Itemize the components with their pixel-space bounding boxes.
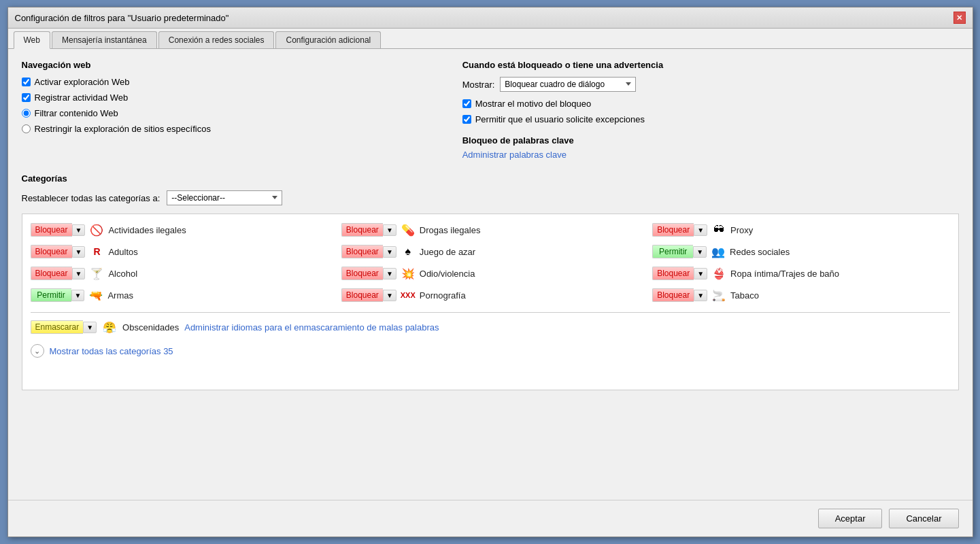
ropa-action-btn[interactable]: Bloquear <box>652 267 694 280</box>
web-navigation-title: Navegación web <box>22 60 435 70</box>
drogas-icon: 💊 <box>401 222 416 237</box>
keywords-title: Bloqueo de palabras clave <box>462 135 959 146</box>
odio-action-arrow[interactable]: ▼ <box>383 268 396 279</box>
obscenidades-dropdown: Enmascarar ▼ <box>31 320 97 334</box>
restringir-exploracion-label: Restringir la exploración de sitios espe… <box>35 124 211 134</box>
permitir-excepciones-checkbox[interactable] <box>462 115 471 124</box>
tabaco-action-arrow[interactable]: ▼ <box>694 290 707 301</box>
adultos-action-btn[interactable]: Bloquear <box>31 245 72 258</box>
registrar-actividad-item: Registrar actividad Web <box>22 92 435 103</box>
drogas-action-btn[interactable]: Bloquear <box>341 223 383 237</box>
ropa-dropdown: Bloquear ▼ <box>652 267 707 280</box>
obscenidades-label: Obscenidades <box>122 322 179 333</box>
redes-action-btn[interactable]: Permitir <box>652 245 693 258</box>
cat-item-pornografia: Bloquear ▼ XXX Pornografía <box>341 288 639 303</box>
cat-item-ropa: Bloquear ▼ 👙 Ropa íntima/Trajes de baño <box>652 266 949 281</box>
registrar-actividad-label: Registrar actividad Web <box>35 92 129 103</box>
cat-col-3: Bloquear ▼ 🕶 Proxy Permitir ▼ 👥 <box>652 222 949 303</box>
pornografia-action-arrow[interactable]: ▼ <box>383 290 396 301</box>
categories-section: Categorías Restablecer todas las categor… <box>22 173 959 390</box>
accept-button[interactable]: Aceptar <box>818 509 883 528</box>
tab-mensajeria[interactable]: Mensajería instantánea <box>52 31 157 48</box>
tab-configuracion[interactable]: Configuración adicional <box>275 31 381 48</box>
cat-item-juego: Bloquear ▼ ♠ Juego de azar <box>341 244 639 259</box>
blocking-title: Cuando está bloqueado o tiene una advert… <box>462 60 959 70</box>
tabaco-dropdown: Bloquear ▼ <box>652 288 707 302</box>
pornografia-dropdown: Bloquear ▼ <box>341 288 396 302</box>
pornografia-action-btn[interactable]: Bloquear <box>341 288 383 302</box>
main-dialog: Configuración de filtros para "Usuario p… <box>7 7 973 537</box>
mostrar-motivo-checkbox[interactable] <box>462 99 471 108</box>
proxy-dropdown: Bloquear ▼ <box>652 223 707 237</box>
actividades-action-btn[interactable]: Bloquear <box>31 223 72 237</box>
armas-icon: 🔫 <box>88 288 103 303</box>
filtrar-contenido-label: Filtrar contenido Web <box>35 108 118 118</box>
reset-row: Restablecer todas las categorías a: --Se… <box>22 190 959 205</box>
expand-categories-button[interactable]: ⌄ <box>31 344 44 358</box>
armas-action-arrow[interactable]: ▼ <box>71 290 85 301</box>
drogas-action-arrow[interactable]: ▼ <box>383 224 396 236</box>
cat-item-adultos: Bloquear ▼ R Adultos <box>31 244 328 259</box>
tabaco-icon: 🚬 <box>711 288 726 303</box>
mostrar-motivo-item: Mostrar el motivo del bloqueo <box>462 99 959 109</box>
armas-label: Armas <box>107 290 133 301</box>
juego-icon: ♠ <box>401 244 416 259</box>
blocking-section: Cuando está bloqueado o tiene una advert… <box>462 60 959 160</box>
filtrar-contenido-radio[interactable] <box>22 109 31 118</box>
show-all-row: ⌄ Mostrar todas las categorías 35 <box>31 344 950 358</box>
tab-web[interactable]: Web <box>14 31 50 49</box>
alcohol-action-btn[interactable]: Bloquear <box>31 267 72 280</box>
obscenidades-link[interactable]: Administrar idiomas para el enmascaramie… <box>184 322 439 333</box>
obscenidades-action-arrow[interactable]: ▼ <box>83 322 97 333</box>
categories-box: Bloquear ▼ 🚫 Actividades ilegales Bloque… <box>22 214 959 390</box>
ropa-action-arrow[interactable]: ▼ <box>694 268 707 279</box>
close-button[interactable]: ✕ <box>953 12 966 24</box>
tabaco-action-btn[interactable]: Bloquear <box>652 288 694 302</box>
cancel-button[interactable]: Cancelar <box>889 509 958 528</box>
categories-grid: Bloquear ▼ 🚫 Actividades ilegales Bloque… <box>31 222 950 303</box>
tab-redes[interactable]: Conexión a redes sociales <box>158 31 275 48</box>
permitir-excepciones-label: Permitir que el usuario solicite excepci… <box>475 114 645 124</box>
adultos-label: Adultos <box>108 247 137 257</box>
cat-item-redes: Permitir ▼ 👥 Redes sociales <box>652 244 949 259</box>
proxy-action-arrow[interactable]: ▼ <box>694 224 707 236</box>
armas-action-btn[interactable]: Permitir <box>31 288 71 302</box>
odio-action-btn[interactable]: Bloquear <box>341 267 383 280</box>
activar-exploracion-checkbox[interactable] <box>22 78 31 86</box>
tabaco-label: Tabaco <box>730 290 759 301</box>
odio-dropdown: Bloquear ▼ <box>341 267 396 280</box>
alcohol-dropdown: Bloquear ▼ <box>31 267 86 280</box>
show-all-link[interactable]: Mostrar todas las categorías 35 <box>50 346 173 356</box>
actividades-action-arrow[interactable]: ▼ <box>72 224 86 236</box>
divider <box>31 312 950 313</box>
redes-dropdown: Permitir ▼ <box>652 245 707 258</box>
adultos-action-arrow[interactable]: ▼ <box>72 246 86 258</box>
redes-icon: 👥 <box>711 244 726 259</box>
alcohol-icon: 🍸 <box>89 266 104 281</box>
restringir-exploracion-radio[interactable] <box>22 124 31 133</box>
odio-icon: 💥 <box>401 266 416 281</box>
redes-action-arrow[interactable]: ▼ <box>693 246 707 258</box>
proxy-icon: 🕶 <box>711 222 726 237</box>
restringir-exploracion-item: Restringir la exploración de sitios espe… <box>22 124 435 134</box>
tab-bar: Web Mensajería instantánea Conexión a re… <box>8 29 973 49</box>
reset-select[interactable]: --Seleccionar-- <box>167 190 282 205</box>
juego-action-btn[interactable]: Bloquear <box>341 245 383 258</box>
show-row: Mostrar: Bloquear cuadro de diálogoMostr… <box>462 77 959 92</box>
obscenidades-action-btn[interactable]: Enmascarar <box>31 320 84 334</box>
proxy-action-btn[interactable]: Bloquear <box>652 223 694 237</box>
drogas-label: Drogas ilegales <box>420 225 481 235</box>
cat-item-alcohol: Bloquear ▼ 🍸 Alcohol <box>31 266 328 281</box>
juego-action-arrow[interactable]: ▼ <box>383 246 396 258</box>
filtrar-contenido-item: Filtrar contenido Web <box>22 108 435 118</box>
keywords-link[interactable]: Administrar palabras clave <box>462 150 567 160</box>
show-select[interactable]: Bloquear cuadro de diálogoMostrar advert… <box>500 77 636 92</box>
alcohol-action-arrow[interactable]: ▼ <box>72 268 86 279</box>
reset-dropdown: --Seleccionar-- <box>167 190 282 205</box>
activar-exploracion-label: Activar exploración Web <box>35 77 130 87</box>
proxy-label: Proxy <box>730 225 753 235</box>
registrar-actividad-checkbox[interactable] <box>22 93 31 102</box>
odio-label: Odio/violencia <box>420 269 475 279</box>
show-label: Mostrar: <box>462 80 495 90</box>
cat-item-drogas: Bloquear ▼ 💊 Drogas ilegales <box>341 222 639 237</box>
